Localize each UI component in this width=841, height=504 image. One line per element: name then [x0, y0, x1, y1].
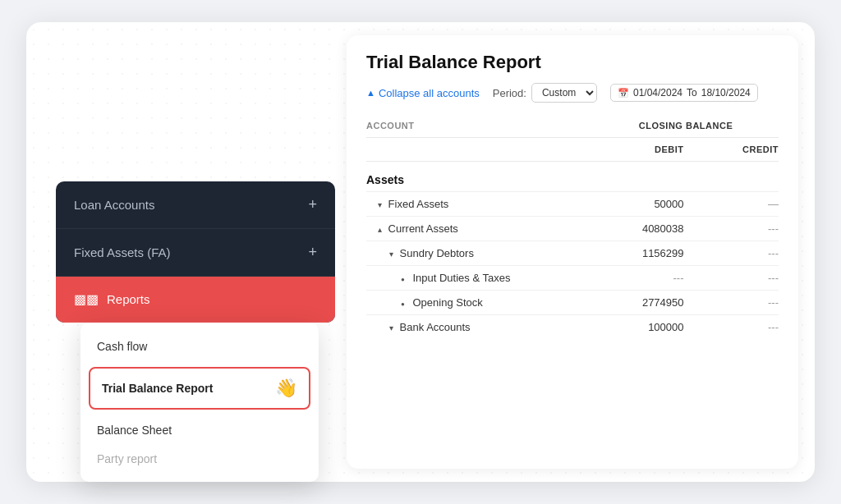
col-closing-balance: CLOSING BALANCE: [593, 114, 779, 138]
row-opening-stock-debit: 2774950: [593, 291, 683, 315]
row-fixed-assets-debit: 50000: [593, 192, 683, 217]
row-sundry-debtors-debit: 1156299: [593, 241, 683, 266]
sidebar-item-fixed-assets[interactable]: Fixed Assets (FA) +: [56, 229, 335, 277]
col-credit: CREDIT: [684, 138, 779, 162]
dropdown-item-trial-balance[interactable]: Trial Balance Report 👋: [89, 367, 310, 410]
dropdown-item-party-report[interactable]: Party report: [80, 447, 319, 475]
bar-chart-icon: ▩▩: [74, 291, 99, 307]
assets-title: Assets: [366, 162, 779, 192]
date-separator: To: [687, 87, 697, 99]
loan-accounts-label: Loan Accounts: [74, 198, 308, 212]
col-account: ACCOUNT: [366, 114, 593, 138]
bullet-icon: ●: [401, 276, 405, 283]
row-input-duties-debit: ---: [593, 266, 683, 291]
table-row: ● Opening Stock 2774950 ---: [366, 291, 779, 315]
calendar-icon: 📅: [618, 88, 629, 99]
report-header: Trial Balance Report ▲ Collapse all acco…: [347, 35, 798, 114]
row-current-assets-debit: 4080038: [593, 217, 683, 241]
row-bank-accounts-credit: ---: [684, 315, 779, 340]
reports-dropdown: Cash flow Trial Balance Report 👋 Balance…: [80, 323, 319, 482]
report-table: ACCOUNT CLOSING BALANCE DEBIT CREDIT Ass…: [347, 114, 798, 469]
col-debit: DEBIT: [593, 138, 683, 162]
collapse-icon: ▾: [389, 323, 393, 332]
collapse-all-button[interactable]: ▲ Collapse all accounts: [366, 87, 480, 99]
collapse-icon: ▾: [389, 250, 393, 259]
section-assets: Assets: [366, 162, 779, 192]
row-opening-stock-credit: ---: [684, 291, 779, 315]
reports-label: Reports: [107, 292, 317, 306]
fixed-assets-plus: +: [308, 244, 317, 261]
sidebar: Loan Accounts + Fixed Assets (FA) + ▩▩ R…: [26, 22, 347, 482]
period-label: Period:: [493, 87, 526, 99]
row-input-duties-label: ● Input Duties & Taxes: [366, 266, 593, 291]
row-sundry-debtors-label: ▾ Sundry Debtors: [366, 241, 593, 266]
main-container: Loan Accounts + Fixed Assets (FA) + ▩▩ R…: [26, 22, 815, 482]
col-account-sub: [366, 138, 593, 162]
bullet-icon: ●: [401, 300, 405, 308]
dropdown-item-balance-sheet[interactable]: Balance Sheet: [80, 413, 319, 447]
period-select[interactable]: Custom: [531, 83, 597, 103]
loan-accounts-plus: +: [308, 196, 317, 213]
date-from: 01/04/2024: [633, 87, 682, 99]
collapse-icon: ▴: [378, 225, 382, 234]
date-to: 18/10/2024: [701, 87, 751, 99]
row-sundry-debtors-credit: ---: [684, 241, 779, 266]
collapse-label: Collapse all accounts: [379, 87, 480, 99]
table-row: ▾ Bank Accounts 100000 ---: [366, 315, 779, 340]
row-current-assets-label: ▴ Current Assets: [366, 217, 593, 241]
collapse-icon: ▾: [378, 200, 382, 209]
table-row: ▾ Fixed Assets 50000 —: [366, 192, 779, 217]
report-controls: ▲ Collapse all accounts Period: Custom 📅…: [366, 83, 779, 103]
table-row: ▴ Current Assets 4080038 ---: [366, 217, 779, 241]
table-row: ● Input Duties & Taxes --- ---: [366, 266, 779, 291]
row-bank-accounts-debit: 100000: [593, 315, 683, 340]
row-fixed-assets-credit: —: [684, 192, 779, 217]
cursor-icon: 👋: [275, 378, 297, 399]
table-row: ▾ Sundry Debtors 1156299 ---: [366, 241, 779, 266]
sidebar-item-reports[interactable]: ▩▩ Reports: [56, 277, 335, 323]
row-input-duties-credit: ---: [684, 266, 779, 291]
row-fixed-assets-label: ▾ Fixed Assets: [366, 192, 593, 217]
period-control: Period: Custom: [493, 83, 597, 103]
chevron-up-icon: ▲: [366, 88, 375, 98]
trial-balance-label: Trial Balance Report: [102, 382, 213, 395]
row-current-assets-credit: ---: [684, 217, 779, 241]
report-panel: Trial Balance Report ▲ Collapse all acco…: [347, 35, 798, 469]
sidebar-nav: Loan Accounts + Fixed Assets (FA) + ▩▩ R…: [56, 181, 335, 323]
fixed-assets-label: Fixed Assets (FA): [74, 245, 308, 259]
date-range[interactable]: 📅 01/04/2024 To 18/10/2024: [610, 84, 758, 102]
report-title: Trial Balance Report: [366, 52, 779, 73]
row-bank-accounts-label: ▾ Bank Accounts: [366, 315, 593, 340]
row-opening-stock-label: ● Opening Stock: [366, 291, 593, 315]
dropdown-item-cash-flow[interactable]: Cash flow: [80, 329, 319, 364]
sidebar-item-loan-accounts[interactable]: Loan Accounts +: [56, 181, 335, 229]
trial-balance-table: ACCOUNT CLOSING BALANCE DEBIT CREDIT Ass…: [366, 114, 779, 339]
